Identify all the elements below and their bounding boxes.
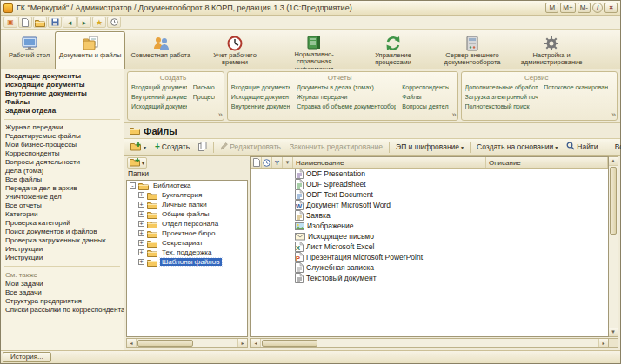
sign-encrypt-button[interactable]: ЭП и шифрование▾: [392, 141, 467, 153]
files-horizontal-scrollbar[interactable]: ◂ ▸: [250, 338, 609, 348]
filter-column-icon[interactable]: Y: [272, 157, 283, 168]
folder-tree-item[interactable]: +Тех. поддержка: [127, 248, 247, 257]
expand-icon[interactable]: +: [138, 249, 144, 255]
sidebar-item[interactable]: Структура предприятия: [1, 297, 124, 306]
group-overflow-button[interactable]: »: [452, 111, 457, 119]
copy-button[interactable]: [195, 140, 210, 155]
sidebar-item[interactable]: Мои задачи: [1, 280, 124, 288]
scale-button-m[interactable]: M: [545, 3, 558, 13]
sidebar-item[interactable]: Уничтожение дел: [1, 193, 124, 202]
sidebar-item[interactable]: Корреспонденты: [1, 149, 124, 158]
file-row[interactable]: XЛист Microsoft Excel: [251, 242, 608, 252]
tab-documents[interactable]: Документы и файлы: [55, 31, 125, 69]
clock-column-icon[interactable]: [262, 157, 272, 168]
sidebar-item[interactable]: Файлы: [1, 98, 124, 107]
sidebar-item[interactable]: Инструкции: [1, 245, 124, 254]
files-vertical-scrollbar[interactable]: ▲ ▼: [609, 156, 618, 337]
description-column-header[interactable]: Описание: [486, 157, 608, 168]
sidebar-item[interactable]: Задачи отдела: [1, 107, 124, 116]
tab-collaboration[interactable]: Совместная работа: [126, 31, 195, 69]
scroll-up-icon[interactable]: ▲: [609, 157, 618, 166]
folder-tree-item[interactable]: +Шаблоны файлов: [127, 257, 247, 267]
sidebar-item[interactable]: Внутренние документы: [1, 89, 124, 98]
sidebar-item[interactable]: Инструкции: [1, 254, 124, 262]
folder-tree-item[interactable]: +Секретариат: [127, 238, 247, 248]
command-link[interactable]: Входящий документ: [131, 83, 187, 92]
command-link[interactable]: Загрузка электронной почты: [465, 92, 538, 102]
scroll-right-icon[interactable]: ▸: [237, 339, 247, 347]
command-link[interactable]: Входящие документы: [231, 83, 290, 92]
sidebar-item[interactable]: Дела (тома): [1, 167, 124, 175]
open-folder-icon[interactable]: [33, 17, 47, 28]
command-link[interactable]: Журнал передачи: [297, 92, 396, 102]
tab-server[interactable]: Сервер внешнего документооборота: [433, 31, 511, 69]
command-link[interactable]: Внутренние документы: [231, 102, 290, 111]
folder-tree-item[interactable]: -Библиотека: [127, 181, 247, 190]
expand-icon[interactable]: +: [138, 230, 144, 236]
scroll-left-icon[interactable]: ◂: [127, 339, 137, 347]
command-link[interactable]: Справка об объеме документооборота: [297, 102, 396, 111]
scroll-thumb[interactable]: [262, 340, 317, 347]
expand-icon[interactable]: +: [138, 221, 144, 227]
sidebar-item[interactable]: Входящие документы: [1, 72, 124, 81]
name-column-header[interactable]: Наименование: [293, 157, 486, 168]
close-icon[interactable]: ×: [604, 3, 618, 13]
scroll-track[interactable]: [609, 166, 618, 328]
expand-icon[interactable]: +: [138, 259, 144, 265]
file-row[interactable]: Служебная записка: [251, 262, 608, 273]
file-row[interactable]: Заявка: [251, 210, 608, 221]
sidebar-item[interactable]: Все отчеты: [1, 202, 124, 210]
file-row[interactable]: Изображение: [251, 221, 608, 231]
new-document-icon[interactable]: [18, 17, 32, 28]
command-link[interactable]: Вопросы деятел...: [402, 102, 448, 111]
command-link[interactable]: Документы в делах (томах): [297, 83, 396, 92]
scroll-down-icon[interactable]: ▼: [609, 328, 618, 336]
command-link[interactable]: Внутренний документ: [131, 92, 187, 102]
title-bar[interactable]: ГК "Меркурий" / Администратор / Документ…: [1, 1, 620, 16]
command-link[interactable]: Исходящий документ: [131, 102, 187, 111]
finish-edit-button[interactable]: Закончить редактирование: [286, 141, 386, 153]
scroll-thumb[interactable]: [610, 167, 617, 235]
command-link[interactable]: Исходящие документы: [231, 92, 290, 102]
forward-icon[interactable]: ▸: [77, 17, 91, 28]
sidebar-item[interactable]: Все задачи: [1, 288, 124, 297]
file-row[interactable]: PПрезентация Microsoft PowerPoint: [251, 252, 608, 262]
folders-horizontal-scrollbar[interactable]: ◂ ▸: [126, 338, 248, 348]
create-based-on-button[interactable]: Создать на основании▾: [473, 141, 561, 153]
sidebar-item[interactable]: Мои бизнес-процессы: [1, 141, 124, 149]
new-folder-button[interactable]: ▾: [127, 140, 150, 155]
sidebar-item[interactable]: Редактируемые файлы: [1, 132, 124, 141]
collapse-icon[interactable]: -: [130, 182, 136, 189]
edit-button[interactable]: Редактировать: [217, 141, 284, 154]
sort-column-icon[interactable]: ▼: [283, 157, 293, 168]
folder-tree-item[interactable]: +Бухгалтерия: [127, 190, 247, 200]
scroll-left-icon[interactable]: ◂: [251, 339, 261, 347]
file-type-column-icon[interactable]: [251, 157, 262, 168]
sidebar-item[interactable]: Категории: [1, 210, 124, 219]
favorites-icon[interactable]: ★: [92, 17, 106, 28]
file-row[interactable]: ODF Spreadsheet: [251, 179, 608, 189]
expand-icon[interactable]: +: [138, 192, 144, 198]
scroll-right-icon[interactable]: ▸: [598, 339, 608, 347]
history-icon[interactable]: [107, 17, 121, 28]
file-row[interactable]: ODF Text Document: [251, 189, 608, 200]
tab-time[interactable]: Учет рабочего времени: [196, 31, 274, 69]
create-folder-button[interactable]: ▾: [127, 157, 147, 169]
info-icon[interactable]: i: [592, 3, 603, 13]
save-icon[interactable]: [48, 17, 62, 28]
scale-button-mplus[interactable]: M+: [560, 3, 575, 13]
file-row[interactable]: Текстовый документ: [251, 273, 608, 283]
tab-desktop[interactable]: Рабочий стол: [4, 31, 54, 69]
find-button[interactable]: Найти...: [563, 140, 607, 154]
command-link[interactable]: Корреспонденты: [402, 83, 448, 92]
expand-icon[interactable]: +: [138, 240, 144, 246]
folder-tree-item[interactable]: +Личные папки: [127, 200, 247, 209]
command-link[interactable]: Дополнительные обработки: [465, 83, 538, 92]
sidebar-item[interactable]: Журнал передачи: [1, 123, 124, 132]
folder-tree-item[interactable]: +Общие файлы: [127, 209, 247, 219]
sidebar-item[interactable]: Списки рассылки по корреспондентам: [1, 306, 124, 314]
tab-processes[interactable]: Управление процессами: [354, 31, 432, 69]
history-button[interactable]: История...: [3, 352, 51, 362]
file-row[interactable]: WДокумент Microsoft Word: [251, 200, 608, 210]
sidebar-item[interactable]: Передача дел в архив: [1, 184, 124, 193]
